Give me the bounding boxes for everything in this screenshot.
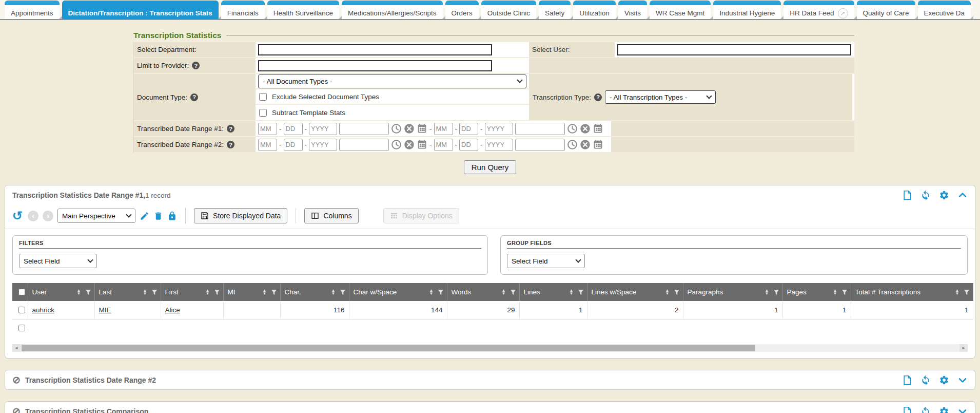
reset-perspective-icon[interactable]: ↺ bbox=[12, 211, 23, 221]
refresh-icon[interactable] bbox=[920, 375, 931, 385]
clock-icon[interactable] bbox=[567, 139, 578, 150]
transcription-type-select[interactable]: - All Transcription Types - bbox=[605, 90, 716, 104]
help-icon[interactable]: ? bbox=[190, 93, 198, 101]
user-link[interactable]: auhrick bbox=[32, 306, 55, 314]
range1-end-month-input[interactable] bbox=[434, 123, 453, 135]
help-icon[interactable]: ? bbox=[594, 93, 602, 101]
filter-icon[interactable] bbox=[85, 289, 91, 295]
tab-wr-case-mgmt[interactable]: WR Case Mgmt bbox=[650, 1, 711, 19]
store-displayed-data-button[interactable]: Store Displayed Data bbox=[194, 208, 287, 223]
sort-icon[interactable]: ▲▼ bbox=[570, 289, 574, 295]
refresh-icon[interactable] bbox=[920, 190, 931, 200]
sort-icon[interactable]: ▲▼ bbox=[765, 289, 769, 295]
lock-perspective-icon[interactable] bbox=[167, 211, 177, 221]
row-checkbox[interactable] bbox=[18, 325, 25, 331]
tab-dictation-transcription-stats[interactable]: Dictation/Transcription : Transcription … bbox=[62, 1, 219, 19]
new-document-icon[interactable] bbox=[902, 406, 912, 413]
sort-icon[interactable]: ▲▼ bbox=[833, 289, 837, 295]
sort-icon[interactable]: ▲▼ bbox=[502, 289, 506, 295]
clear-date-icon[interactable] bbox=[580, 139, 591, 150]
columns-button[interactable]: Columns bbox=[304, 208, 358, 223]
scrollbar-thumb[interactable] bbox=[22, 345, 755, 351]
select-all-checkbox[interactable] bbox=[18, 289, 25, 295]
tab-outside-clinic[interactable]: Outside Clinic bbox=[481, 1, 536, 19]
range1-start-time-input[interactable] bbox=[339, 123, 389, 135]
calendar-icon[interactable] bbox=[593, 123, 603, 134]
clear-date-icon[interactable] bbox=[580, 123, 591, 134]
filter-icon[interactable] bbox=[773, 289, 779, 295]
sort-icon[interactable]: ▲▼ bbox=[263, 289, 267, 295]
scroll-left-arrow[interactable]: ◄ bbox=[12, 344, 21, 352]
sort-icon[interactable]: ▲▼ bbox=[143, 289, 147, 295]
sort-icon[interactable]: ▲▼ bbox=[206, 289, 210, 295]
filter-icon[interactable] bbox=[674, 289, 680, 295]
filter-icon[interactable] bbox=[841, 289, 848, 295]
filter-icon[interactable] bbox=[271, 289, 277, 295]
new-document-icon[interactable] bbox=[902, 190, 912, 200]
select-user-input[interactable] bbox=[617, 44, 851, 55]
help-icon[interactable]: ? bbox=[227, 125, 234, 133]
gear-icon[interactable] bbox=[939, 375, 949, 385]
range2-end-year-input[interactable] bbox=[485, 139, 513, 151]
calendar-icon[interactable] bbox=[593, 139, 603, 150]
first-name-link[interactable]: Alice bbox=[165, 306, 180, 314]
filter-icon[interactable] bbox=[340, 289, 346, 295]
range2-start-month-input[interactable] bbox=[258, 139, 277, 151]
edit-perspective-icon[interactable] bbox=[140, 211, 149, 221]
range2-start-year-input[interactable] bbox=[309, 139, 337, 151]
run-query-button[interactable]: Run Query bbox=[464, 160, 517, 174]
sort-icon[interactable]: ▲▼ bbox=[429, 289, 434, 295]
tab-hr-data-feed[interactable]: HR Data Feed ↗ bbox=[783, 1, 854, 19]
gear-icon[interactable] bbox=[939, 190, 949, 200]
scrollbar-track[interactable] bbox=[21, 344, 959, 352]
tab-appointments[interactable]: Appointments bbox=[5, 1, 60, 19]
last-name-link[interactable]: MIE bbox=[99, 306, 111, 314]
calendar-icon[interactable] bbox=[417, 123, 427, 134]
filters-select-field[interactable]: Select Field bbox=[19, 254, 97, 268]
tab-safety[interactable]: Safety bbox=[539, 1, 571, 19]
perspective-select[interactable]: Main Perspective bbox=[57, 209, 135, 223]
sort-icon[interactable]: ▲▼ bbox=[665, 289, 670, 295]
limit-to-provider-input[interactable] bbox=[258, 60, 492, 71]
filter-icon[interactable] bbox=[214, 289, 220, 295]
tab-financials[interactable]: Financials bbox=[221, 1, 265, 19]
tab-quality-of-care[interactable]: Quality of Care bbox=[857, 1, 915, 19]
document-type-select[interactable]: - All Document Types - bbox=[258, 74, 526, 88]
tab-utilization[interactable]: Utilization bbox=[573, 1, 616, 19]
range1-end-time-input[interactable] bbox=[515, 123, 565, 135]
filter-icon[interactable] bbox=[578, 289, 584, 295]
range2-start-time-input[interactable] bbox=[339, 139, 389, 151]
tab-health-surveillance[interactable]: Health Surveillance bbox=[267, 1, 339, 19]
tab-industrial-hygiene[interactable]: Industrial Hygiene bbox=[713, 1, 781, 19]
tab-orders[interactable]: Orders bbox=[445, 1, 479, 19]
range1-start-year-input[interactable] bbox=[309, 123, 337, 135]
sort-icon[interactable]: ▲▼ bbox=[77, 289, 81, 295]
clear-date-icon[interactable] bbox=[404, 123, 415, 134]
gear-icon[interactable] bbox=[939, 406, 949, 413]
clear-date-icon[interactable] bbox=[404, 139, 415, 150]
expand-panel-icon[interactable] bbox=[957, 406, 968, 413]
filter-icon[interactable] bbox=[438, 289, 444, 295]
range1-end-day-input[interactable] bbox=[459, 123, 478, 135]
expand-panel-icon[interactable] bbox=[957, 375, 968, 385]
clock-icon[interactable] bbox=[391, 123, 402, 134]
scroll-right-arrow[interactable]: ► bbox=[959, 344, 968, 352]
help-icon[interactable]: ? bbox=[227, 141, 234, 148]
calendar-icon[interactable] bbox=[417, 139, 427, 150]
range2-end-time-input[interactable] bbox=[515, 139, 565, 151]
tab-visits[interactable]: Visits bbox=[618, 1, 647, 19]
tab-executive[interactable]: Executive Da bbox=[918, 1, 971, 19]
range1-end-year-input[interactable] bbox=[485, 123, 513, 135]
refresh-icon[interactable] bbox=[920, 406, 931, 413]
subtract-template-stats-checkbox[interactable] bbox=[259, 109, 267, 117]
range1-start-day-input[interactable] bbox=[284, 123, 303, 135]
sort-icon[interactable]: ▲▼ bbox=[331, 289, 336, 295]
previous-perspective-icon[interactable]: ‹ bbox=[28, 211, 38, 221]
group-fields-select-field[interactable]: Select Field bbox=[507, 254, 585, 268]
tab-medications-allergies-scripts[interactable]: Medications/Allergies/Scripts bbox=[342, 1, 443, 19]
row-checkbox[interactable] bbox=[18, 307, 25, 313]
clock-icon[interactable] bbox=[391, 139, 402, 150]
next-perspective-icon[interactable]: › bbox=[43, 211, 53, 221]
range2-end-month-input[interactable] bbox=[434, 139, 453, 151]
filter-icon[interactable] bbox=[510, 289, 516, 295]
